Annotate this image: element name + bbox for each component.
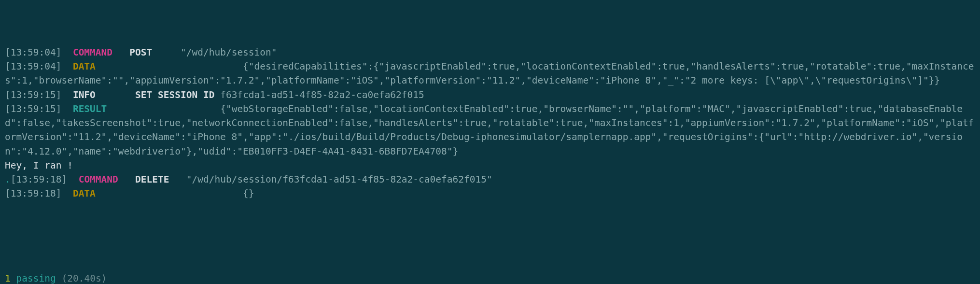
log-level-label: DATA <box>73 188 96 199</box>
log-level-label: RESULT <box>73 103 107 114</box>
log-level-label: INFO <box>73 89 96 100</box>
log-verb: POST <box>129 47 152 58</box>
log-line: Hey, I ran ! <box>5 158 975 172</box>
log-timestamp: [13:59:18] <box>11 174 67 185</box>
log-payload: "/wd/hub/session" <box>181 47 277 58</box>
passing-count: 1 <box>5 273 11 284</box>
log-payload: {"desiredCapabilities":{"javascriptEnabl… <box>5 61 974 86</box>
log-payload: "/wd/hub/session/f63fcda1-ad51-4f85-82a2… <box>186 174 492 185</box>
log-plain-text: Hey, I ran ! <box>5 160 73 171</box>
log-line: [13:59:18] DATA {} <box>5 186 975 200</box>
log-line: [13:59:15] INFO SET SESSION ID f63fcda1-… <box>5 88 975 102</box>
log-payload: {} <box>243 188 254 199</box>
log-timestamp: [13:59:18] <box>5 188 61 199</box>
dot-indicator: . <box>5 174 11 185</box>
passing-word: passing <box>16 273 56 284</box>
log-payload: f63fcda1-ad51-4f85-82a2-ca0efa62f015 <box>220 89 424 100</box>
log-timestamp: [13:59:04] <box>5 61 61 72</box>
log-timestamp: [13:59:15] <box>5 89 61 100</box>
log-timestamp: [13:59:04] <box>5 47 61 58</box>
log-verb: DELETE <box>135 174 169 185</box>
log-level-label: COMMAND <box>79 174 118 185</box>
passing-time: (20.40s) <box>61 273 107 284</box>
log-payload: {"webStorageEnabled":false,"locationCont… <box>5 103 974 157</box>
log-level-label: DATA <box>73 61 96 72</box>
blank-line <box>5 243 975 257</box>
terminal-log: [13:59:04] COMMAND POST "/wd/hub/session… <box>5 45 975 201</box>
log-line: [13:59:15] RESULT {"webStorageEnabled":f… <box>5 102 975 158</box>
log-line: [13:59:04] COMMAND POST "/wd/hub/session… <box>5 45 975 59</box>
log-timestamp: [13:59:15] <box>5 103 61 114</box>
log-line: .[13:59:18] COMMAND DELETE "/wd/hub/sess… <box>5 172 975 186</box>
blank-line <box>5 215 975 229</box>
test-summary: 1 passing (20.40s) <box>5 271 975 284</box>
log-verb: SET SESSION ID <box>135 89 214 100</box>
log-level-label: COMMAND <box>73 47 112 58</box>
log-line: [13:59:04] DATA {"desiredCapabilities":{… <box>5 59 975 88</box>
